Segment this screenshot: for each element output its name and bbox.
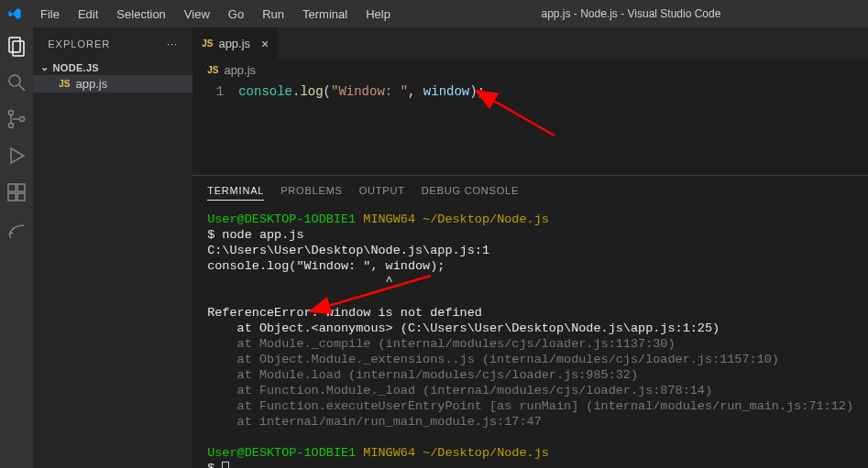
- line-number: 1: [192, 81, 238, 175]
- sidebar-title: EXPLORER: [48, 38, 110, 49]
- menu-selection[interactable]: Selection: [109, 4, 172, 25]
- source-control-icon[interactable]: [5, 108, 27, 130]
- activity-bar: [0, 27, 33, 468]
- js-file-icon: JS: [202, 38, 213, 49]
- editor-area: JS app.js × JS app.js 1 console.log("Win…: [192, 27, 868, 468]
- js-file-icon: JS: [59, 79, 70, 89]
- menu-run[interactable]: Run: [255, 4, 291, 25]
- menu-file[interactable]: File: [33, 4, 67, 25]
- editor-content[interactable]: 1 console.log("Window: ", window);: [192, 81, 868, 175]
- breadcrumbs[interactable]: JS app.js: [192, 60, 868, 81]
- svg-point-4: [9, 111, 14, 115]
- sidebar-more-icon[interactable]: ···: [167, 38, 178, 49]
- file-name: app.js: [76, 77, 108, 91]
- svg-point-2: [9, 75, 20, 86]
- svg-rect-9: [8, 193, 16, 201]
- sidebar: EXPLORER ··· ⌄ NODE.JS JS app.js: [33, 27, 192, 468]
- tab-bar: JS app.js ×: [192, 27, 868, 60]
- svg-line-13: [490, 99, 555, 136]
- search-icon[interactable]: [5, 71, 27, 93]
- project-name: NODE.JS: [53, 62, 99, 73]
- tab-appjs[interactable]: JS app.js ×: [192, 27, 279, 60]
- menu-edit[interactable]: Edit: [71, 4, 105, 25]
- svg-rect-11: [17, 184, 25, 191]
- main-layout: EXPLORER ··· ⌄ NODE.JS JS app.js JS app.…: [0, 27, 868, 468]
- terminal-cursor: [222, 462, 229, 468]
- tab-label: app.js: [218, 37, 250, 50]
- chevron-down-icon: ⌄: [40, 61, 49, 73]
- svg-rect-0: [9, 38, 20, 52]
- tab-output[interactable]: OUTPUT: [359, 181, 405, 201]
- tab-debug-console[interactable]: DEBUG CONSOLE: [422, 181, 519, 201]
- svg-line-3: [19, 85, 25, 91]
- run-debug-icon[interactable]: [5, 145, 27, 167]
- extensions-icon[interactable]: [5, 181, 27, 203]
- vscode-logo-icon: [7, 6, 22, 21]
- menu-help[interactable]: Help: [358, 4, 398, 25]
- svg-rect-8: [8, 184, 16, 191]
- titlebar: File Edit Selection View Go Run Terminal…: [0, 0, 868, 27]
- window-title: app.js - Node.js - Visual Studio Code: [401, 7, 861, 20]
- remote-icon[interactable]: [5, 218, 27, 240]
- bottom-panel: TERMINAL PROBLEMS OUTPUT DEBUG CONSOLE U…: [192, 175, 868, 468]
- terminal-output[interactable]: User@DESKTOP-1ODBIE1 MINGW64 ~/Desktop/N…: [192, 201, 868, 468]
- svg-rect-1: [13, 41, 24, 56]
- svg-rect-10: [17, 193, 25, 201]
- svg-point-6: [20, 117, 25, 122]
- menu-go[interactable]: Go: [221, 4, 251, 25]
- js-file-icon: JS: [207, 65, 218, 75]
- tab-terminal[interactable]: TERMINAL: [207, 181, 264, 201]
- close-icon[interactable]: ×: [261, 37, 269, 51]
- breadcrumb-file: app.js: [224, 63, 256, 77]
- project-root[interactable]: ⌄ NODE.JS: [33, 60, 192, 75]
- explorer-icon[interactable]: [5, 35, 27, 57]
- svg-point-5: [9, 124, 14, 128]
- svg-marker-7: [11, 148, 24, 163]
- sidebar-header: EXPLORER ···: [33, 27, 192, 60]
- panel-tabs: TERMINAL PROBLEMS OUTPUT DEBUG CONSOLE: [192, 176, 868, 201]
- file-item-appjs[interactable]: JS app.js: [33, 75, 192, 93]
- tab-problems[interactable]: PROBLEMS: [280, 181, 343, 201]
- code-line-1: console.log("Window: ", window);: [238, 81, 485, 175]
- menu-view[interactable]: View: [177, 4, 217, 25]
- menu-terminal[interactable]: Terminal: [295, 4, 355, 25]
